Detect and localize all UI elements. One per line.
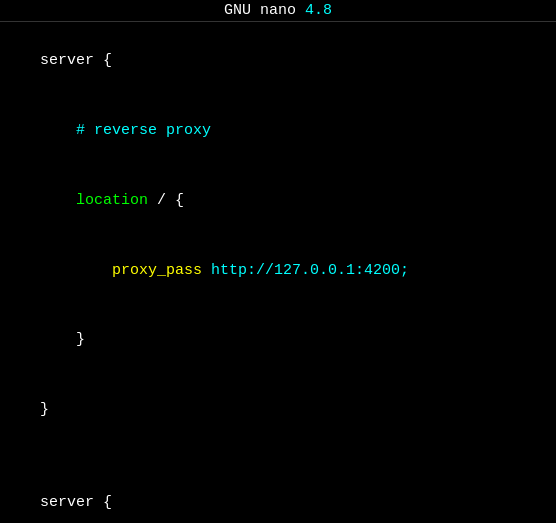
- line-2: # reverse proxy: [0, 96, 556, 166]
- line-1: server {: [0, 26, 556, 96]
- line-3: location / {: [0, 166, 556, 236]
- title-bar: GNU nano 4.8: [0, 0, 556, 22]
- app-title: GNU nano 4.8: [224, 2, 332, 19]
- line-5: }: [0, 305, 556, 375]
- line-6: }: [0, 375, 556, 445]
- line-7: [0, 445, 556, 468]
- line-4: proxy_pass http://127.0.0.1:4200;: [0, 235, 556, 305]
- line-8: server {: [0, 468, 556, 523]
- editor-area: server { # reverse proxy location / { pr…: [0, 22, 556, 523]
